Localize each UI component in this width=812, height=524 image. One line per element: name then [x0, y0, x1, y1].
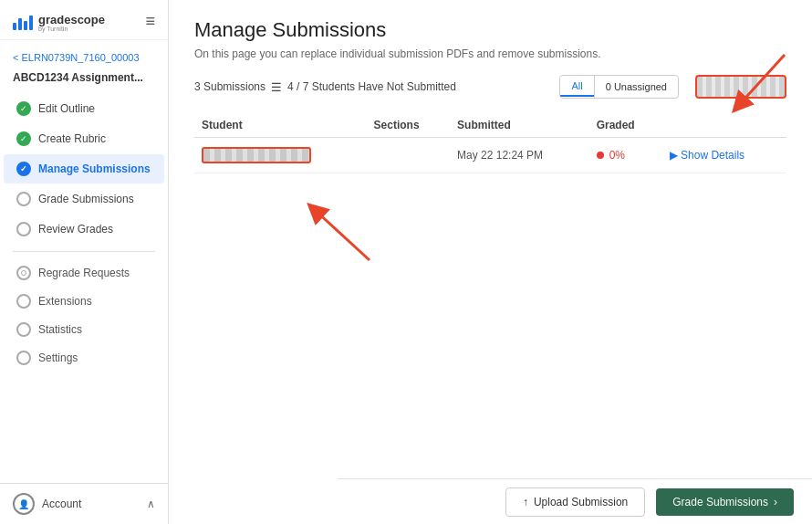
logo-name: gradescope	[38, 13, 105, 26]
circle-icon-review-grades	[16, 222, 31, 236]
sidebar-label-edit-outline: Edit Outline	[38, 102, 95, 115]
submission-count-text: 3 Submissions	[194, 80, 265, 93]
sidebar-label-review-grades: Review Grades	[38, 223, 113, 236]
col-actions	[662, 113, 786, 138]
table-row: May 22 12:24 PM 0% ▶ Show Details	[194, 138, 786, 173]
student-count-text: 4 / 7 Students Have Not Submitted	[287, 80, 456, 93]
ring-icon-settings	[16, 351, 31, 365]
breadcrumb-link[interactable]: < ELRN0739N_7160_00003	[0, 47, 168, 68]
filter-buttons: All 0 Unassigned	[559, 75, 679, 99]
col-sections: Sections	[367, 113, 451, 138]
graded-pct: 0%	[609, 149, 625, 162]
sidebar-header: gradescope by Turnitin ≡	[0, 0, 168, 40]
red-dot-icon	[597, 152, 604, 159]
submitted-date: May 22 12:24 PM	[457, 149, 543, 162]
hamburger-icon[interactable]: ≡	[145, 12, 155, 31]
sidebar-item-statistics[interactable]: Statistics	[4, 316, 164, 343]
sidebar-footer: 👤 Account ∧	[0, 483, 168, 524]
sidebar-item-review-grades[interactable]: Review Grades	[4, 215, 164, 244]
sidebar-label-statistics: Statistics	[38, 323, 82, 336]
ring-icon-regrade	[16, 266, 31, 280]
show-details-link[interactable]: ▶ Show Details	[670, 149, 779, 162]
sidebar-label-extensions: Extensions	[38, 295, 92, 308]
submissions-table: Student Sections Submitted Graded May 22…	[194, 113, 786, 173]
student-name-blurred	[202, 147, 311, 163]
filter-all-button[interactable]: All	[560, 77, 593, 97]
sections-cell	[367, 138, 451, 173]
arrow-icon: ▶	[670, 149, 678, 162]
chevron-up-icon[interactable]: ∧	[147, 498, 155, 510]
upload-label: Upload Submission	[534, 496, 628, 508]
logo-area: gradescope by Turnitin	[13, 11, 105, 32]
sidebar-item-create-rubric[interactable]: ✓ Create Rubric	[4, 124, 164, 153]
check-icon-create-rubric: ✓	[16, 131, 31, 146]
list-icon: ☰	[271, 80, 282, 94]
main-content: Manage Submissions On this page you can …	[169, 0, 812, 192]
red-arrow-bottom	[287, 183, 406, 265]
upload-icon: ↑	[523, 496, 528, 508]
student-cell	[194, 138, 367, 173]
main-area: Manage Submissions On this page you can …	[169, 0, 812, 524]
table-header: Student Sections Submitted Graded	[194, 113, 786, 138]
sidebar-label-create-rubric: Create Rubric	[38, 132, 106, 145]
action-cell: ▶ Show Details	[662, 138, 786, 173]
graded-cell: 0%	[589, 138, 662, 173]
col-graded: Graded	[589, 113, 662, 138]
sidebar-item-settings[interactable]: Settings	[4, 344, 164, 372]
col-submitted: Submitted	[450, 113, 589, 138]
account-area[interactable]: 👤 Account	[13, 493, 81, 515]
sidebar-item-extensions[interactable]: Extensions	[4, 288, 164, 315]
bar4	[29, 16, 33, 30]
ring-icon-statistics	[16, 322, 31, 337]
nav-divider	[13, 251, 155, 252]
sidebar-nav: < ELRN0739N_7160_00003 ABCD1234 Assignme…	[0, 40, 168, 483]
bar3	[24, 21, 27, 30]
sidebar-item-manage-submissions[interactable]: ✓ Manage Submissions	[4, 154, 164, 183]
graded-cell-content: 0%	[597, 149, 655, 162]
account-avatar: 👤	[13, 493, 35, 515]
filter-unassigned-button[interactable]: 0 Unassigned	[595, 78, 678, 96]
submitted-cell: May 22 12:24 PM	[450, 138, 589, 173]
toolbar: 3 Submissions ☰ 4 / 7 Students Have Not …	[194, 75, 786, 99]
col-student: Student	[194, 113, 367, 138]
sidebar-label-manage-submissions: Manage Submissions	[38, 162, 151, 175]
ring-icon-extensions	[16, 294, 31, 309]
page-description: On this page you can replace individual …	[194, 47, 786, 60]
upload-submission-button[interactable]: ↑ Upload Submission	[505, 487, 645, 517]
circle-icon-grade-submissions	[16, 192, 31, 206]
sidebar-item-grade-submissions[interactable]: Grade Submissions	[4, 184, 164, 214]
sidebar-label-settings: Settings	[38, 351, 78, 364]
grade-submissions-button[interactable]: Grade Submissions ›	[656, 488, 794, 516]
sidebar-item-edit-outline[interactable]: ✓ Edit Outline	[4, 94, 164, 123]
table-header-row: Student Sections Submitted Graded	[194, 113, 786, 138]
bar2	[18, 18, 22, 30]
page-title: Manage Submissions	[194, 18, 786, 42]
logo-subtext: by Turnitin	[38, 26, 105, 32]
sidebar-item-regrade-requests[interactable]: Regrade Requests	[4, 259, 164, 287]
chevron-right-icon: ›	[774, 496, 777, 508]
show-details-label: Show Details	[681, 149, 744, 162]
avatar-icon: 👤	[18, 499, 29, 509]
logo-text-group: gradescope by Turnitin	[38, 11, 105, 32]
sidebar: gradescope by Turnitin ≡ < ELRN0739N_716…	[0, 0, 169, 524]
bar1	[13, 23, 16, 30]
account-label: Account	[42, 498, 81, 510]
search-box[interactable]	[695, 75, 786, 99]
bottom-bar: ↑ Upload Submission Grade Submissions ›	[338, 478, 812, 524]
table-body: May 22 12:24 PM 0% ▶ Show Details	[194, 138, 786, 173]
assignment-title: ABCD1234 Assignment...	[0, 68, 168, 93]
check-icon-manage-submissions: ✓	[16, 162, 31, 176]
grade-label: Grade Submissions	[672, 496, 768, 508]
sidebar-label-grade-submissions: Grade Submissions	[38, 193, 134, 205]
submission-count: 3 Submissions ☰ 4 / 7 Students Have Not …	[194, 80, 456, 94]
check-icon-edit-outline: ✓	[16, 101, 31, 116]
sidebar-label-regrade-requests: Regrade Requests	[38, 267, 130, 279]
logo-icon	[13, 14, 33, 30]
